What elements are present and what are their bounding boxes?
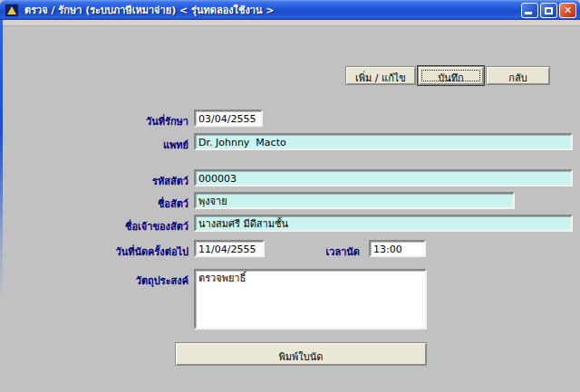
owner-name-input[interactable] (194, 215, 573, 232)
window-controls: ✕ (521, 3, 576, 18)
appointment-time-label: เวลานัด (299, 244, 360, 260)
animal-code-input[interactable] (194, 169, 573, 186)
warning-triangle-icon (5, 4, 19, 17)
maximize-icon (545, 7, 553, 14)
window-title: ตรวจ / รักษา (ระบบภาษีเหมาจ่าย) < รุ่นทด… (24, 2, 275, 18)
treatment-date-label: วันที่รักษา (54, 113, 188, 129)
close-button[interactable]: ✕ (559, 3, 576, 18)
app-window: ตรวจ / รักษา (ระบบภาษีเหมาจ่าย) < รุ่นทด… (0, 0, 580, 392)
print-appointment-button[interactable]: พิมพ์ใบนัด (175, 342, 427, 366)
animal-name-input[interactable] (194, 192, 515, 209)
animal-code-label: รหัสสัตว์ (54, 173, 188, 189)
add-edit-button[interactable]: เพิ่ม / แก้ไข (345, 66, 416, 85)
back-button[interactable]: กลับ (486, 66, 550, 85)
next-appointment-date-label: วันที่นัดครั้งต่อไป (54, 244, 188, 260)
doctor-label: แพทย์ (54, 137, 188, 153)
save-button-label: บันทึก (438, 72, 463, 84)
close-icon: ✕ (560, 5, 575, 17)
under-titlebar-strip (3, 20, 580, 26)
window-left-border (0, 20, 3, 392)
minimize-icon (525, 12, 532, 14)
appointment-time-input[interactable] (369, 240, 426, 257)
maximize-button[interactable] (540, 3, 557, 18)
warning-triangle-glyph (7, 6, 16, 14)
owner-name-label: ชื่อเจ้าของสัตว์ (54, 218, 188, 234)
save-button[interactable]: บันทึก (418, 66, 484, 85)
doctor-input[interactable] (194, 133, 573, 150)
minimize-button[interactable] (521, 3, 538, 18)
treatment-date-input[interactable] (194, 110, 263, 127)
animal-name-label: ชื่อสัตว์ (54, 196, 188, 212)
purpose-textarea[interactable]: ตรวจพยาธิ์ (194, 269, 427, 330)
next-appointment-date-input[interactable] (194, 240, 265, 257)
purpose-label: วัตถุประสงค์ (54, 272, 188, 289)
titlebar[interactable]: ตรวจ / รักษา (ระบบภาษีเหมาจ่าย) < รุ่นทด… (0, 0, 580, 20)
